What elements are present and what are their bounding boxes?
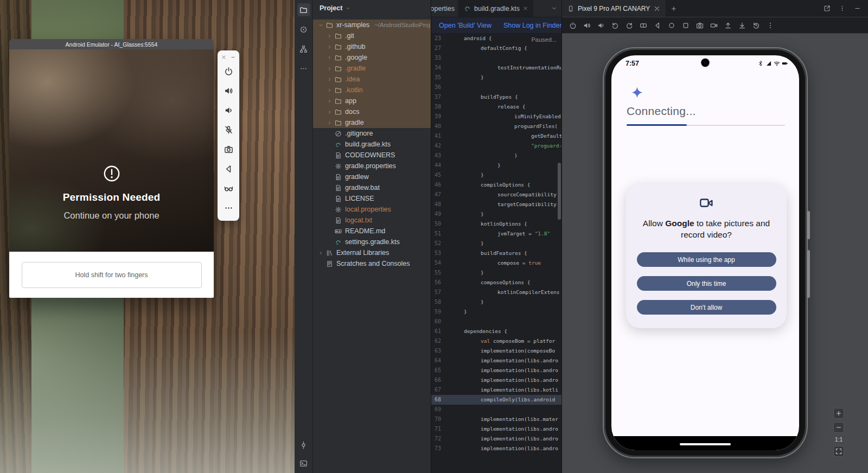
upload-button[interactable] xyxy=(722,19,734,31)
dialog-button-while-using-the-app[interactable]: While using the app xyxy=(637,252,776,267)
tree-item-local-properties[interactable]: local.properties xyxy=(313,204,431,215)
hidden-tabs-chevron-icon[interactable] xyxy=(551,5,557,11)
tree-item-logcat-txt[interactable]: logcat.txt xyxy=(313,215,431,226)
close-icon xyxy=(221,55,226,60)
dialog-button-don-t-allow[interactable]: Don't allow xyxy=(637,300,776,315)
tree-item-kotlin[interactable]: .kotlin xyxy=(313,85,431,95)
camera-button[interactable] xyxy=(219,139,238,159)
tree-item-docs[interactable]: docs xyxy=(313,106,431,117)
structure-button[interactable] xyxy=(297,42,310,55)
tree-item-app[interactable]: app xyxy=(313,95,431,106)
zoom-in-button[interactable] xyxy=(833,408,844,419)
record-button[interactable] xyxy=(707,19,720,31)
tree-item-git[interactable]: .git xyxy=(313,30,431,41)
line-number: 48 xyxy=(431,200,457,209)
glasses-button[interactable] xyxy=(219,178,238,198)
editor-scrollbar[interactable] xyxy=(558,163,561,220)
tree-item-idea[interactable]: .idea xyxy=(313,74,431,85)
line-number: 42 xyxy=(431,141,457,151)
zoom-out-button[interactable] xyxy=(833,422,844,433)
volume-up-button[interactable] xyxy=(219,81,238,100)
tree-item-settings-gradle-kts[interactable]: settings.gradle.kts xyxy=(313,237,431,247)
line-number: 27 xyxy=(431,43,457,53)
chevron-right-icon[interactable] xyxy=(326,110,333,114)
tree-item-external-libraries[interactable]: External Libraries xyxy=(313,247,431,258)
android-studio-window: Project xr-samples~/AndroidStudioProj.gi… xyxy=(295,0,868,473)
close-icon[interactable] xyxy=(654,5,660,12)
close-button[interactable] xyxy=(221,55,226,60)
fold-button[interactable] xyxy=(637,19,649,31)
more-v-button[interactable] xyxy=(764,19,776,31)
external-button[interactable] xyxy=(820,2,833,15)
chevron-right-icon[interactable] xyxy=(326,120,333,125)
more-v-button[interactable] xyxy=(835,2,848,15)
chevron-right-icon[interactable] xyxy=(326,34,333,39)
tree-item-license[interactable]: LICENSE xyxy=(313,193,431,204)
commit-button[interactable] xyxy=(297,438,310,451)
tree-item-google[interactable]: .google xyxy=(313,52,431,63)
zoom-fit-button[interactable] xyxy=(833,446,844,457)
tree-item-readme-md[interactable]: README.md xyxy=(313,226,431,237)
chevron-right-icon[interactable] xyxy=(326,99,333,104)
home-nav-button[interactable] xyxy=(665,19,678,31)
back-nav-button[interactable] xyxy=(651,19,663,31)
tree-item-gradlew[interactable]: gradlew xyxy=(313,171,431,182)
tree-item-gradlew-bat[interactable]: gradlew.bat xyxy=(313,182,431,193)
power-button[interactable] xyxy=(219,61,238,81)
volume-down-button[interactable] xyxy=(595,19,607,31)
volume-up-button[interactable] xyxy=(580,19,593,31)
chevron-down-icon[interactable] xyxy=(317,23,324,28)
line-number: 52 xyxy=(431,239,457,248)
phone-screen[interactable]: 7:57 Connecting... Allow Google to take … xyxy=(611,55,799,450)
chevron-right-icon[interactable] xyxy=(326,88,333,93)
restore-button[interactable] xyxy=(750,19,762,31)
tab-pixel-9-pro-api-canary[interactable]: Pixel 9 Pro API CANARY xyxy=(562,0,666,17)
tab-gradle-properties[interactable]: roperties xyxy=(431,0,458,17)
back-nav-button[interactable] xyxy=(219,159,238,178)
overview-nav-button[interactable] xyxy=(679,19,692,31)
minimize-button[interactable] xyxy=(851,2,864,15)
rotate-left-button[interactable] xyxy=(609,19,621,31)
line-number: 40 xyxy=(431,122,457,131)
rotate-right-button[interactable] xyxy=(623,19,635,31)
zoom-level[interactable]: 1:1 xyxy=(835,436,843,443)
tree-item-codeowners[interactable]: CODEOWNERS xyxy=(313,150,431,161)
circle-slash-icon xyxy=(335,130,343,137)
tree-item-gradle[interactable]: .gradle xyxy=(313,63,431,74)
chevron-right-icon[interactable] xyxy=(326,77,333,82)
chevron-right-icon[interactable] xyxy=(326,66,333,71)
dialog-button-only-this-time[interactable]: Only this time xyxy=(637,276,776,291)
chevron-right-icon[interactable] xyxy=(326,55,333,60)
code-line-72: 72implementation(libs.andro xyxy=(431,434,561,444)
device-tab-bar-actions xyxy=(820,2,868,15)
chevron-right-icon[interactable] xyxy=(326,44,333,49)
home-indicator[interactable] xyxy=(680,443,731,445)
power-button[interactable] xyxy=(566,19,579,31)
tree-item-xr-samples[interactable]: xr-samples~/AndroidStudioProj xyxy=(313,20,431,30)
new-device-tab-button[interactable] xyxy=(666,5,681,12)
volume-down-button[interactable] xyxy=(219,100,238,120)
tree-item-build-gradle-kts[interactable]: build.gradle.kts xyxy=(313,139,431,150)
editor-code-area[interactable]: 23android {27defaultConfig {3334testInst… xyxy=(431,34,561,473)
minimize-button[interactable] xyxy=(231,55,235,60)
more-h-button[interactable] xyxy=(219,198,238,218)
chevron-right-icon[interactable] xyxy=(317,251,324,255)
more-h-button[interactable] xyxy=(297,62,310,75)
tab-build-gradle-kts[interactable]: build.gradle.kts xyxy=(458,0,533,17)
tree-item-gradle-properties[interactable]: gradle.properties xyxy=(313,161,431,171)
target-button[interactable] xyxy=(297,23,310,36)
download-button[interactable] xyxy=(736,19,748,31)
close-icon[interactable] xyxy=(523,6,528,11)
emulator-screen[interactable]: Permission Needed Continue on your phone xyxy=(9,49,214,252)
tree-item-gradle[interactable]: gradle xyxy=(313,117,431,128)
project-panel-header[interactable]: Project xyxy=(313,0,431,16)
show-log-in-finder-link[interactable]: Show Log in Finder xyxy=(503,22,562,29)
folder-button[interactable] xyxy=(297,3,310,16)
mic-off-button[interactable] xyxy=(219,120,238,139)
tree-item-github[interactable]: .github xyxy=(313,41,431,52)
tree-item-scratches-and-consoles[interactable]: Scratches and Consoles xyxy=(313,258,431,269)
tree-item-gitignore[interactable]: .gitignore xyxy=(313,128,431,139)
screenshot-button[interactable] xyxy=(693,19,706,31)
open-build-view-link[interactable]: Open 'Build' View xyxy=(439,22,492,29)
terminal-button[interactable] xyxy=(297,457,310,470)
